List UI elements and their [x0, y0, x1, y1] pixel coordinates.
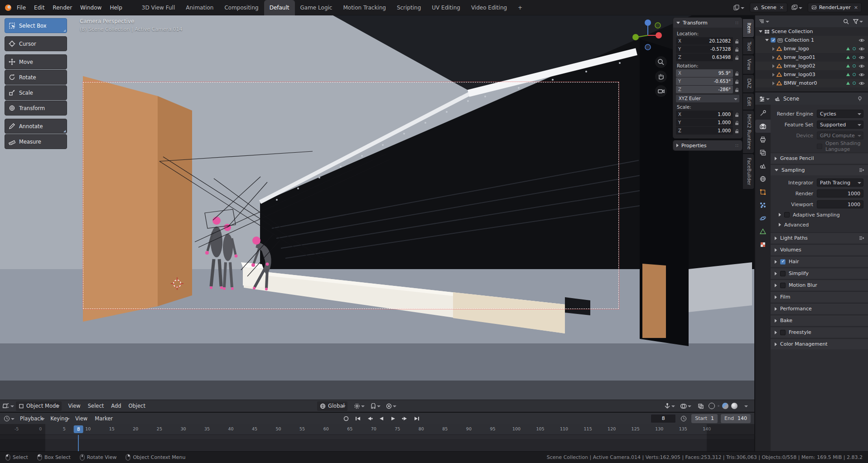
lock-icon[interactable]	[734, 87, 739, 92]
integrator-dropdown[interactable]: Path Tracing	[817, 178, 863, 187]
blender-logo-icon[interactable]	[4, 3, 13, 12]
expand-caret-icon[interactable]	[772, 64, 775, 68]
mode-dropdown[interactable]: Object Mode	[16, 401, 62, 411]
outliner-search-icon[interactable]	[841, 17, 850, 26]
workspace-tab[interactable]: Motion Tracking	[338, 0, 391, 15]
outliner-row-scene-collection[interactable]: Scene Collection	[755, 27, 868, 36]
outliner-row-object[interactable]: bmw_logo03	[755, 70, 868, 79]
workspace-tab[interactable]: UV Editing	[426, 0, 466, 15]
properties-panel-header[interactable]: Color Management	[771, 338, 868, 349]
sampling-panel-header[interactable]: Sampling	[771, 164, 868, 175]
property-dropdown[interactable]: GPU Compute	[817, 131, 863, 140]
workspace-tab[interactable]: +	[512, 0, 528, 15]
keying-menu[interactable]: Keying	[47, 415, 72, 422]
timeline-ruler[interactable]: -505101520253035404550556065707580859095…	[0, 424, 754, 435]
orientation-dropdown[interactable]: Global	[317, 401, 347, 411]
browse-renderlayer-icon[interactable]	[791, 3, 804, 12]
use-preview-range-button[interactable]	[679, 414, 688, 423]
tab-world[interactable]	[755, 172, 771, 185]
topbar-menu-item[interactable]: Window	[76, 0, 106, 15]
shading-material-button[interactable]	[722, 403, 728, 409]
tool-move[interactable]: Move	[5, 54, 67, 69]
editor-type-button[interactable]	[3, 401, 16, 410]
number-field[interactable]: X 20.12082	[676, 37, 733, 45]
property-dropdown[interactable]: Cycles	[817, 110, 863, 118]
current-frame-indicator[interactable]: 8	[74, 425, 83, 433]
tool-cursor[interactable]: Cursor	[5, 36, 67, 51]
outliner-row-object[interactable]: bmw_logo	[755, 44, 868, 53]
panel-checkbox[interactable]	[780, 330, 786, 335]
shading-solid-button[interactable]	[718, 405, 719, 407]
lock-icon[interactable]	[734, 112, 739, 117]
timeline-body[interactable]: -505101520253035404550556065707580859095…	[0, 424, 754, 451]
advanced-subpanel[interactable]: Advanced	[771, 220, 868, 230]
expand-caret-icon[interactable]	[772, 56, 775, 59]
outliner-row-object[interactable]: BMW_motor0	[755, 79, 868, 87]
sidebar-tab[interactable]: FaceBuilder	[743, 154, 754, 189]
tab-particles[interactable]	[755, 198, 771, 212]
properties-panel-header[interactable]: Motion Blur	[771, 280, 868, 290]
pin-icon[interactable]	[855, 94, 864, 103]
sidebar-tab[interactable]: MHX2 Runtime	[743, 111, 754, 153]
renderlayer-unlink-icon[interactable]: ×	[854, 5, 858, 10]
panel-grip-icon[interactable]: ::	[735, 20, 739, 25]
sidebar-tab[interactable]: Item	[743, 19, 754, 37]
viewport-3d[interactable]: Camera Perspective (8) Scene Collection …	[0, 15, 754, 400]
scene-name-field[interactable]: Scene ×	[750, 3, 787, 12]
number-field[interactable]: Y -0.57328	[676, 45, 733, 53]
number-field[interactable]: Z 1.000	[676, 127, 733, 135]
shading-rendered-button[interactable]	[731, 403, 738, 409]
sidebar-tab[interactable]: Edit	[743, 93, 754, 110]
properties-panel-header[interactable]: Properties ::	[673, 140, 742, 150]
shading-wireframe-button[interactable]	[709, 403, 715, 409]
properties-panel-header[interactable]: Performance	[771, 303, 868, 314]
rotation-mode-select[interactable]: XYZ Euler	[676, 95, 739, 102]
lock-icon[interactable]	[734, 79, 739, 84]
tab-view-layer[interactable]	[755, 146, 771, 159]
panel-grip-icon[interactable]: ::	[735, 143, 739, 148]
hide-eye-icon[interactable]	[858, 38, 865, 43]
topbar-menu-item[interactable]: File	[13, 0, 30, 15]
sidebar-tab[interactable]: View	[743, 55, 754, 74]
collection-checkbox[interactable]	[771, 38, 776, 43]
pan-hand-button[interactable]	[655, 71, 667, 82]
panel-checkbox[interactable]	[780, 259, 786, 265]
number-field[interactable]: Z -286°	[676, 86, 733, 93]
tab-object[interactable]	[755, 185, 771, 198]
lock-icon[interactable]	[734, 47, 739, 52]
navigation-gizmo[interactable]	[631, 18, 665, 53]
adaptive-sampling-checkbox[interactable]	[784, 212, 790, 217]
topbar-menu-item[interactable]: Help	[106, 0, 126, 15]
grease-pencil-panel-header[interactable]: Grease Pencil	[771, 153, 868, 164]
properties-panel-header[interactable]: Light Paths	[771, 232, 868, 243]
play-button[interactable]	[388, 414, 399, 423]
show-gizmo-button[interactable]	[664, 401, 677, 410]
render-samples-field[interactable]: 1000	[817, 189, 863, 198]
expand-caret-icon[interactable]	[772, 73, 775, 77]
tab-tool[interactable]	[755, 106, 771, 120]
frame-end-field[interactable]: End 140	[721, 414, 751, 423]
transform-panel-header[interactable]: Transform ::	[673, 18, 742, 28]
topbar-menu-item[interactable]: Edit	[30, 0, 48, 15]
osl-checkbox[interactable]	[817, 144, 822, 149]
renderlayer-field[interactable]: RenderLayer ×	[808, 3, 862, 12]
properties-panel-header[interactable]: Freestyle	[771, 327, 868, 338]
pivot-point-button[interactable]	[354, 401, 366, 410]
workspace-tab[interactable]: Game Logic	[295, 0, 338, 15]
viewport-menu-item[interactable]: Add	[107, 403, 125, 409]
outliner-row-collection[interactable]: Collection 1	[755, 36, 868, 44]
number-field[interactable]: Y -0.653°	[676, 77, 733, 85]
marker-menu[interactable]: Marker	[91, 415, 116, 422]
playback-menu[interactable]: Playback	[16, 415, 47, 422]
current-frame-field[interactable]: 8	[651, 414, 676, 423]
jump-to-end-button[interactable]	[411, 414, 422, 423]
tool-measure[interactable]: Measure	[5, 134, 67, 149]
frame-start-field[interactable]: Start 1	[691, 414, 718, 423]
workspace-tab[interactable]: Scripting	[391, 0, 426, 15]
tab-object-data[interactable]	[755, 225, 771, 238]
play-reverse-button[interactable]	[376, 414, 387, 423]
workspace-tab[interactable]: Default	[264, 0, 295, 15]
auto-keying-toggle[interactable]	[341, 414, 352, 423]
properties-panel-header[interactable]: Film	[771, 291, 868, 302]
expand-caret-icon[interactable]	[759, 30, 762, 33]
